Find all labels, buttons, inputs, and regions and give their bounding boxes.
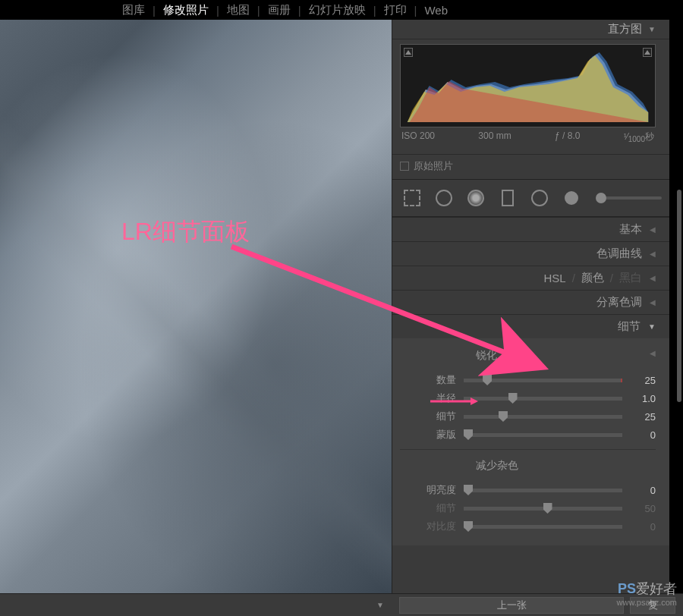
luminance-label: 明亮度 bbox=[400, 483, 464, 497]
noise-detail-slider[interactable] bbox=[464, 507, 622, 511]
menu-separator: | bbox=[295, 4, 304, 17]
collapse-icon: ▼ bbox=[648, 25, 656, 33]
contrast-slider[interactable] bbox=[464, 525, 622, 529]
brush-size-slider[interactable] bbox=[597, 196, 662, 200]
menu-print[interactable]: 打印 bbox=[379, 3, 411, 17]
menu-map[interactable]: 地图 bbox=[222, 3, 254, 17]
filmstrip-toggle-area: ▼ bbox=[0, 594, 392, 616]
histogram-graph bbox=[404, 48, 652, 124]
color-label: 颜色 bbox=[581, 271, 604, 285]
detail-slider[interactable] bbox=[464, 415, 622, 419]
checkbox-icon bbox=[400, 162, 409, 171]
histogram-title: 直方图 bbox=[608, 22, 642, 36]
expand-icon: ◀ bbox=[650, 250, 656, 258]
menu-separator: | bbox=[150, 4, 159, 17]
histogram-metadata: ISO 200 300 mm ƒ / 8.0 ¹⁄1000秒 bbox=[400, 127, 656, 149]
radius-value[interactable]: 1.0 bbox=[622, 393, 656, 404]
luminance-slider-row: 明亮度 0 bbox=[400, 483, 656, 497]
split-toning-label: 分离色调 bbox=[596, 295, 642, 310]
svg-line-0 bbox=[231, 247, 539, 366]
luminance-slider[interactable] bbox=[464, 489, 622, 492]
masking-slider[interactable] bbox=[464, 433, 622, 437]
crop-tool[interactable] bbox=[400, 186, 424, 210]
expand-icon: ◀ bbox=[650, 274, 656, 282]
expand-icon: ◀ bbox=[650, 225, 656, 234]
original-photo-toggle[interactable]: 原始照片 bbox=[392, 154, 669, 179]
filmstrip-toggle-icon[interactable]: ▼ bbox=[376, 601, 384, 609]
highlight-clip-indicator[interactable] bbox=[643, 48, 652, 57]
noise-detail-value[interactable]: 50 bbox=[622, 503, 656, 514]
hsl-separator: / bbox=[572, 272, 575, 284]
menu-separator: | bbox=[254, 4, 263, 17]
noise-detail-label: 细节 bbox=[400, 501, 464, 515]
amount-value[interactable]: 25 bbox=[622, 375, 656, 386]
radial-filter-tool[interactable] bbox=[527, 186, 552, 210]
watermark: PS爱好者 www.psahz.com bbox=[617, 580, 677, 607]
aperture-value: ƒ / 8.0 bbox=[555, 130, 580, 143]
menu-web[interactable]: Web bbox=[420, 4, 452, 17]
histogram-display[interactable] bbox=[400, 44, 656, 127]
menu-separator: | bbox=[370, 4, 379, 17]
detail-slider-value[interactable]: 25 bbox=[622, 411, 656, 423]
previous-button[interactable]: 上一张 bbox=[399, 597, 624, 614]
noise-reduction-label: 减少杂色 bbox=[476, 459, 518, 471]
menu-book[interactable]: 画册 bbox=[263, 3, 295, 17]
noise-reduction-section: 减少杂色 明亮度 0 细节 50 对比度 0 bbox=[400, 449, 656, 533]
contrast-value[interactable]: 0 bbox=[622, 521, 656, 533]
panel-scrollbar[interactable] bbox=[677, 190, 681, 402]
masking-label: 蒙版 bbox=[400, 428, 464, 442]
adjustment-brush-tool[interactable] bbox=[559, 186, 584, 210]
detail-slider-label: 细节 bbox=[400, 410, 464, 423]
luminance-value[interactable]: 0 bbox=[622, 485, 656, 496]
redeye-tool[interactable] bbox=[464, 186, 488, 210]
detail-label: 细节 bbox=[618, 319, 641, 334]
iso-value: ISO 200 bbox=[401, 130, 435, 143]
noise-section-label: 减少杂色 bbox=[400, 456, 656, 479]
menu-slideshow[interactable]: 幻灯片放映 bbox=[304, 3, 370, 17]
focal-length: 300 mm bbox=[478, 130, 511, 143]
watermark-url: www.psahz.com bbox=[617, 598, 677, 607]
hsl-separator: / bbox=[610, 272, 613, 284]
annotation-arrow-icon bbox=[224, 235, 565, 387]
radius-slider[interactable] bbox=[464, 397, 622, 401]
menu-separator: | bbox=[411, 4, 420, 17]
menu-develop[interactable]: 修改照片 bbox=[159, 3, 213, 17]
collapse-icon: ▼ bbox=[648, 322, 656, 331]
contrast-slider-row: 对比度 0 bbox=[400, 520, 656, 533]
tone-curve-label: 色调曲线 bbox=[596, 247, 642, 261]
histogram-header[interactable]: 直方图 ▼ bbox=[392, 20, 669, 39]
tool-strip bbox=[392, 179, 669, 217]
watermark-text: PS爱好者 bbox=[617, 580, 677, 598]
menu-separator: | bbox=[213, 4, 222, 17]
menu-library[interactable]: 图库 bbox=[118, 3, 150, 17]
expand-icon: ◀ bbox=[650, 298, 656, 306]
histogram-panel: ISO 200 300 mm ƒ / 8.0 ¹⁄1000秒 bbox=[392, 39, 669, 154]
masking-slider-row: 蒙版 0 bbox=[400, 428, 656, 442]
detail-slider-row: 细节 25 bbox=[400, 410, 656, 423]
basic-label: 基本 bbox=[619, 222, 642, 237]
original-photo-label: 原始照片 bbox=[414, 159, 453, 173]
shadow-clip-indicator[interactable] bbox=[404, 48, 413, 57]
masking-value[interactable]: 0 bbox=[622, 429, 656, 441]
small-arrow-icon bbox=[429, 396, 482, 407]
bw-label: 黑白 bbox=[619, 271, 642, 285]
spot-removal-tool[interactable] bbox=[432, 186, 456, 210]
shutter-value: ¹⁄1000秒 bbox=[624, 130, 654, 143]
section-collapse-icon[interactable]: ◀ bbox=[650, 349, 656, 357]
module-picker: 图库 | 修改照片 | 地图 | 画册 | 幻灯片放映 | 打印 | Web bbox=[0, 0, 683, 20]
bottom-toolbar: ▼ 上一张 复 bbox=[0, 593, 683, 616]
graduated-filter-tool[interactable] bbox=[496, 186, 520, 210]
noise-detail-slider-row: 细节 50 bbox=[400, 501, 656, 515]
contrast-label: 对比度 bbox=[400, 520, 464, 533]
